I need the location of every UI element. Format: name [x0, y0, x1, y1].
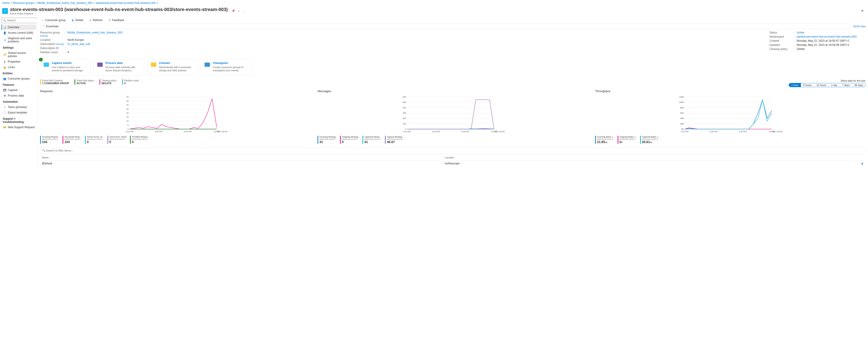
ess-link[interactable]: m_verse_aad_sub	[67, 42, 90, 46]
col-name[interactable]: Name	[42, 156, 445, 159]
card-icon	[204, 61, 211, 68]
ess-label: Status	[769, 31, 795, 34]
svg-text:10: 10	[126, 120, 129, 122]
sidebar-item-access-control-iam-[interactable]: 👤Access control (IAM)	[1, 30, 36, 35]
card-connect[interactable]: ConnectAuthenticate with connection stri…	[147, 59, 198, 76]
sidebar-item-export-template[interactable]: 📄Export template	[1, 110, 36, 115]
sidebar-item-locks[interactable]: 🔒Locks	[1, 64, 36, 70]
chart-title: Messages	[317, 89, 588, 93]
svg-rect-3	[205, 63, 210, 67]
sidebar-search[interactable]: 🔍	[1, 18, 36, 23]
pin-icon[interactable]: 📌	[232, 9, 235, 12]
add-consumer-group-button[interactable]: ＋Consumer group	[40, 18, 66, 22]
time-pill-7-days[interactable]: 7 days	[840, 83, 852, 87]
crumb-ns[interactable]: warehouse-event-hub-ns-event-hub-streams…	[96, 1, 156, 5]
crumb-rg[interactable]: Resource groups	[13, 1, 34, 5]
ess-link[interactable]: warehouse-event-hub-ns-event-hub-streams…	[797, 35, 857, 38]
time-pill-12-hours[interactable]: 12 hours	[814, 83, 829, 87]
chart-requests[interactable]: Requests05101520253035409:15 PM9:30 PM9:…	[40, 89, 311, 144]
sidebar-item-label: Overview	[8, 26, 19, 29]
sidebar-item-process-data[interactable]: ⚙Process data	[1, 93, 36, 98]
col-location[interactable]: Location	[445, 156, 859, 159]
svg-text:12kB: 12kB	[679, 96, 684, 98]
legend-value: 41	[364, 140, 383, 144]
sidebar-item-consumer-groups[interactable]: 👥Consumer groups	[1, 76, 36, 81]
svg-text:9:30 PM: 9:30 PM	[155, 130, 162, 133]
nav-section: Features	[1, 81, 36, 87]
key-icon: 🔑	[3, 53, 6, 56]
sidebar-item-shared-access-policies[interactable]: 🔑Shared access policies	[1, 50, 36, 59]
card-process-data[interactable]: Process dataProcess data instantly with …	[94, 59, 144, 76]
legend-item: Incoming Messages (Sum) warehouse-event-…	[317, 136, 338, 144]
chart-throughput[interactable]: Throughput0B2kB4kB6kB8kB10kB12kB9:15 PM9…	[595, 89, 866, 144]
ess-label: Cleanup policy	[769, 48, 795, 51]
star-icon[interactable]: ☆	[237, 9, 241, 12]
delete-icon[interactable]: 🗑	[861, 162, 864, 165]
card-checkpoint[interactable]: CheckpointCreate consumer groups to chec…	[201, 59, 251, 76]
legend-sub: warehouse-event-hub-...	[597, 138, 615, 140]
sidebar-item-properties[interactable]: ‖Properties	[1, 59, 36, 64]
ess-label: Partition count	[40, 51, 65, 54]
svg-text:9:45 PM: 9:45 PM	[461, 130, 469, 133]
move-link[interactable]: (move)	[56, 43, 64, 46]
essentials-label: Essentials	[46, 25, 59, 28]
feedback-button[interactable]: ✎Feedback	[107, 18, 125, 22]
ess-value: Monday, May 22, 2023 at 18:55:47 GMT+2	[797, 39, 849, 42]
move-link[interactable]: (move)	[40, 34, 48, 37]
card-capture-events[interactable]: 1Capture eventsUse Capture to save your …	[40, 59, 91, 76]
filter-row[interactable]: 🔍	[40, 147, 866, 154]
sidebar-search-input[interactable]	[6, 19, 42, 22]
json-view-link[interactable]: JSON View	[853, 25, 866, 28]
iam-icon: 👤	[3, 31, 6, 34]
legend-sub: warehouse-event-hub-...	[132, 138, 150, 140]
essentials-row: Created:Monday, May 22, 2023 at 18:55:47…	[769, 39, 866, 43]
legend-item: Incoming Requests (Sum) warehouse-event-…	[40, 136, 60, 144]
legend-value: 0B	[619, 140, 638, 144]
kpi-value: 4	[124, 82, 139, 85]
legend-title: User Errors. (Sum)	[110, 136, 128, 138]
legend-sub: warehouse-event-hub-...	[110, 138, 128, 140]
chart-messages[interactable]: Messages01002003004005006009:15 PM9:30 P…	[317, 89, 588, 144]
time-pill-30-days[interactable]: 30 days	[852, 83, 866, 87]
legend-title: Server Errors. (Sum)	[87, 136, 105, 138]
sidebar-item-capture[interactable]: 💾Capture	[1, 87, 36, 93]
svg-rect-1	[97, 63, 102, 67]
cell-location: northeurope	[445, 162, 859, 165]
table-row[interactable]: $Default northeurope 🗑	[40, 160, 866, 167]
time-pill-6-hours[interactable]: 6 hours	[801, 83, 814, 87]
trash-icon: 🗑	[71, 19, 74, 22]
svg-text:300: 300	[403, 112, 406, 114]
essentials-toggle[interactable]: ˄ Essentials	[40, 24, 850, 29]
props-icon: ‖	[3, 60, 6, 63]
legend-title: Outgoing Bytes. (Sum)	[619, 136, 638, 138]
sidebar-item-diagnose-and-solve-problems[interactable]: 🩺Diagnose and solve problems	[1, 35, 36, 44]
close-button[interactable]: ✕	[859, 8, 866, 14]
crumb-rg-name[interactable]: Miztiik_Enterprises_event_hub_streams_00…	[37, 1, 92, 5]
filter-input[interactable]	[45, 149, 864, 153]
card-desc: Authenticate with connection strings and…	[159, 66, 195, 72]
legend-sub: warehouse-event-hub-...	[64, 138, 83, 140]
svg-rect-2	[151, 63, 156, 67]
refresh-button[interactable]: ⟳Refresh	[88, 18, 103, 22]
more-icon[interactable]: …	[243, 9, 246, 12]
ess-label: Updated	[769, 43, 795, 47]
svg-text:UTC+02:00: UTC+02:00	[494, 130, 505, 133]
sidebar-item-overview[interactable]: 📊Overview	[1, 25, 36, 30]
ess-link[interactable]: Miztiik_Enterprises_event_hub_streams_00…	[67, 31, 122, 37]
delete-button[interactable]: 🗑Delete	[70, 18, 84, 22]
nav-section: Support + troubleshooting	[1, 115, 36, 124]
svg-text:25: 25	[126, 108, 129, 110]
legend-item: Outgoing Bytes. (Sum) warehouse-event-hu…	[618, 136, 638, 144]
nav-section: Entities	[1, 70, 36, 76]
page-header: ≡ store-events-stream-003 (warehouse-eve…	[0, 6, 868, 17]
ess-link[interactable]: Active	[797, 31, 804, 34]
time-pill-1-day[interactable]: 1 day	[829, 83, 840, 87]
sidebar-item-tasks-preview-[interactable]: ✓Tasks (preview)	[1, 104, 36, 110]
essentials-row: Resource group (move):Miztiik_Enterprise…	[40, 30, 122, 38]
time-pill-1-hour[interactable]: 1 hour	[789, 83, 801, 87]
sidebar-item-new-support-request[interactable]: 🎫New Support Request	[1, 124, 36, 130]
card-badge: 1	[39, 58, 43, 61]
crumb-home[interactable]: Home	[2, 1, 10, 5]
sidebar-item-label: Process data	[8, 94, 24, 97]
svg-text:9:30 PM: 9:30 PM	[432, 130, 440, 133]
